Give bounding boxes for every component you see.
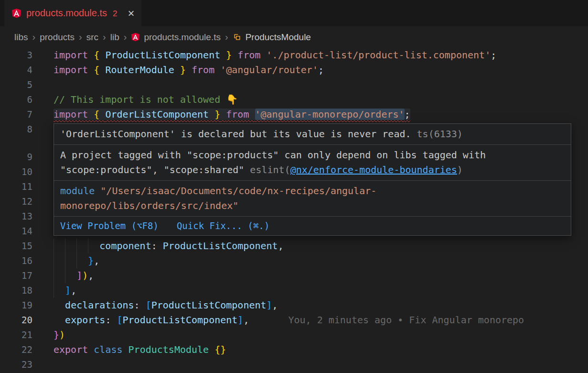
code-token: : [151, 240, 163, 252]
hover-text: monorepo/libs/orders/src/index" [60, 200, 238, 211]
code-token: ProductListComponent [151, 299, 267, 311]
line-number[interactable]: 9 [0, 150, 32, 165]
breadcrumb-separator-icon: › [225, 32, 228, 43]
quick-fix-action[interactable]: Quick Fix... (⌘.) [177, 219, 269, 233]
line-number[interactable]: 23 [0, 357, 32, 372]
code-content [32, 357, 588, 372]
code-token: './product-list/product-list.component' [267, 49, 491, 61]
code-line[interactable]: 22export class ProductsModule {} [0, 342, 588, 357]
line-number[interactable]: 20 [0, 313, 32, 328]
line-number[interactable]: 18 [0, 283, 32, 298]
code-line[interactable]: 19 declarations: [ProductListComponent], [0, 298, 588, 313]
line-number[interactable]: 4 [0, 63, 32, 77]
code-token: , [71, 285, 76, 296]
code-line[interactable]: 3import { ProductListComponent } from '.… [0, 48, 588, 63]
breadcrumb-item[interactable]: src [86, 32, 98, 43]
indent-guide [65, 239, 65, 253]
breadcrumb-label: src [86, 32, 98, 43]
hover-line: 'OrderListComponent' is declared but its… [60, 127, 565, 142]
indent-guide [53, 239, 54, 253]
code-token: } [53, 329, 59, 340]
code-line[interactable]: 23 [0, 357, 588, 372]
code-content: import { RouterModule } from '@angular/r… [32, 63, 588, 77]
code-content: import { ProductListComponent } from './… [32, 48, 588, 63]
code-token: ProductListComponent [163, 240, 278, 252]
hover-text: "scope:products", "scope:shared" [60, 164, 250, 176]
code-token: from [192, 64, 220, 76]
hover-section: A project tagged with "scope:products" c… [54, 145, 571, 181]
error-squiggle: import { OrderListComponent } from '@ang… [53, 109, 410, 120]
code-line[interactable]: 18 ], [0, 283, 588, 298]
code-token: } [174, 64, 186, 76]
line-number[interactable]: 17 [0, 268, 32, 283]
line-number[interactable]: 21 [0, 328, 32, 342]
line-number[interactable]: 14 [0, 224, 32, 239]
hover-line: A project tagged with "scope:products" c… [60, 148, 565, 163]
code-content: component: ProductListComponent, [32, 239, 588, 253]
code-token [220, 109, 226, 120]
eslint-rule-link[interactable]: @nx/enforce-module-boundaries [290, 164, 457, 176]
code-token: OrderListComponent [105, 109, 209, 120]
hover-text: ts(6133) [411, 128, 463, 140]
code-line[interactable]: 20 exports: [ProductListComponent],You, … [0, 313, 588, 328]
line-number[interactable]: 12 [0, 194, 32, 209]
code-line[interactable]: 15 component: ProductListComponent, [0, 239, 588, 253]
tab-products-module[interactable]: products.module.ts 2 × [4, 0, 141, 26]
line-number[interactable]: 11 [0, 179, 32, 194]
code-line[interactable]: 6// This import is not allowed 👇 [0, 92, 588, 107]
line-number[interactable]: 7 [0, 107, 32, 122]
code-line[interactable]: 5 [0, 77, 588, 92]
line-number[interactable]: 19 [0, 298, 32, 313]
code-token: import [53, 49, 94, 61]
code-token: ProductListComponent [123, 314, 238, 326]
hover-text: module [60, 185, 100, 197]
code-token: } [209, 109, 220, 120]
indent-guide [76, 239, 77, 253]
line-number[interactable]: 8 [0, 122, 32, 150]
code-line[interactable]: 21}) [0, 328, 588, 342]
code-token: {} [214, 344, 226, 355]
line-number[interactable]: 15 [0, 239, 32, 253]
breadcrumb-label: ProductsModule [246, 32, 311, 43]
code-token [232, 49, 237, 61]
code-token: , [278, 240, 284, 252]
code-line[interactable]: 7import { OrderListComponent } from '@an… [0, 107, 588, 122]
hover-popup: 'OrderListComponent' is declared but its… [53, 123, 571, 236]
close-icon[interactable]: × [128, 8, 134, 19]
breadcrumb-item[interactable]: products [40, 32, 75, 43]
line-number[interactable]: 6 [0, 92, 32, 107]
code-content: import { OrderListComponent } from '@ang… [32, 107, 588, 122]
code-content: declarations: [ProductListComponent], [32, 298, 588, 313]
breadcrumb-item[interactable]: ProductsModule [233, 32, 311, 43]
code-token: export [53, 344, 94, 355]
line-number[interactable]: 10 [0, 165, 32, 179]
breadcrumb: libs›products›src›lib›products.module.ts… [0, 26, 588, 48]
breadcrumb-item[interactable]: products.module.ts [131, 32, 221, 43]
line-number[interactable]: 3 [0, 48, 32, 63]
line-number[interactable]: 16 [0, 253, 32, 268]
code-token: '@angular-monorepo/orders' [255, 109, 405, 120]
breadcrumb-item[interactable]: libs [14, 32, 28, 43]
breadcrumb-separator-icon: › [79, 32, 82, 43]
angular-icon [11, 8, 21, 18]
line-number[interactable]: 13 [0, 209, 32, 224]
code-content: export class ProductsModule {} [32, 342, 588, 357]
code-content: exports: [ProductListComponent],You, 2 m… [32, 313, 588, 328]
code-token: from [237, 49, 266, 61]
code-line[interactable]: 17 ]), [0, 268, 588, 283]
class-icon [233, 33, 242, 42]
line-number[interactable]: 22 [0, 342, 32, 357]
hover-sections: 'OrderListComponent' is declared but its… [54, 124, 571, 217]
code-line[interactable]: 16 }, [0, 253, 588, 268]
view-problem-action[interactable]: View Problem (⌥F8) [60, 219, 159, 233]
breadcrumb-item[interactable]: lib [110, 32, 119, 43]
code-token: } [88, 255, 94, 266]
code-token: [ [117, 314, 122, 326]
code-content [32, 77, 588, 92]
hover-section: 'OrderListComponent' is declared but its… [54, 124, 571, 145]
line-number[interactable]: 5 [0, 77, 32, 92]
code-line[interactable]: 4import { RouterModule } from '@angular/… [0, 63, 588, 77]
code-token: class [94, 344, 128, 355]
breadcrumb-label: products.module.ts [144, 32, 221, 43]
hover-line: module "/Users/isaac/Documents/code/nx-r… [60, 184, 565, 198]
